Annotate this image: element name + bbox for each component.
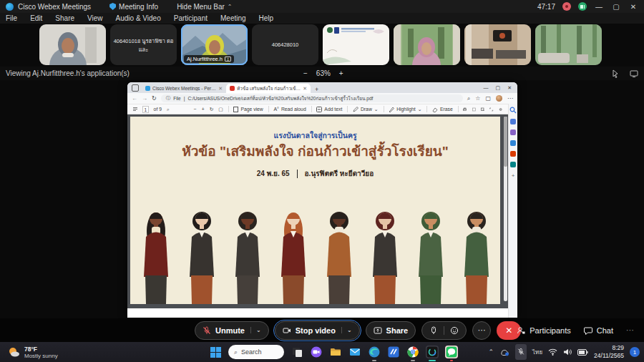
chevron-down-icon[interactable]: ⌄ [418,107,422,112]
back-icon[interactable]: ← [132,95,137,102]
page-number-input[interactable]: 1 [142,106,149,113]
panel-more-icon[interactable]: ⋯ [626,326,634,335]
connection-quality-icon[interactable] [578,2,587,11]
language-indicator[interactable]: ไทย [532,348,542,357]
battery-icon[interactable] [577,349,588,356]
line-app-button[interactable] [445,346,458,358]
start-button[interactable] [209,346,222,358]
stop-video-button[interactable]: Stop video ⌄ [275,321,360,340]
reactions-smiley-icon[interactable] [450,326,459,335]
tray-expand-icon[interactable]: ⌃ [489,348,494,356]
highlight-button[interactable]: Highlight ⌄ [389,107,421,112]
maximize-button[interactable]: ▢ [611,3,621,11]
recorder-icon[interactable] [429,326,438,335]
chevron-down-icon[interactable]: ⌄ [374,107,379,112]
new-tab-button[interactable]: + [315,86,318,93]
task-view-button[interactable] [291,346,303,358]
close-button[interactable]: ✕ [628,3,638,11]
participant-video-5[interactable] [323,24,389,65]
sidebar-app-icon[interactable] [510,151,516,157]
taskbar-search[interactable]: ⌕ Search [228,345,284,359]
favorites-icon[interactable]: ☆ [475,95,480,102]
edge-maximize-button[interactable]: ▢ [496,85,501,91]
sidebar-app-icon[interactable] [510,119,516,124]
menu-share[interactable]: Share [55,14,74,22]
menu-participant[interactable]: Participant [174,14,208,22]
wifi-icon[interactable] [548,348,557,356]
menu-meeting[interactable]: Meeting [220,14,246,22]
tab-pdf-active[interactable]: หัวข้อ เสริมพลังใจ ก่อนก้าวเข้าสู่รั้วโร… [226,84,311,93]
zoom-level[interactable]: 63% [316,69,331,77]
page-view-button[interactable]: Page view [233,107,263,112]
edge-close-button[interactable]: ✕ [507,85,512,91]
zoom-in-button[interactable]: + [339,69,343,77]
toc-icon[interactable] [133,106,137,112]
participant-video-8[interactable] [535,24,602,65]
pdf-zoom-in-icon[interactable]: + [202,107,205,112]
gear-icon[interactable] [499,107,502,112]
sidebar-app-icon[interactable] [510,129,516,135]
participants-button[interactable]: Participants [517,326,570,335]
menu-view[interactable]: View [87,14,103,22]
info-icon[interactable]: ⓘ [166,95,171,102]
weather-widget[interactable]: 78°F Mostly sunny [0,346,58,359]
menu-edit[interactable]: Edit [30,14,42,22]
collections-icon[interactable]: ▢ [485,95,491,102]
read-aloud-button[interactable]: A° Read aloud [273,107,306,112]
forward-icon[interactable]: → [142,95,147,102]
fit-page-icon[interactable]: ▢ [218,107,223,112]
menu-file[interactable]: File [6,14,17,22]
expand-icon[interactable] [489,107,493,112]
chrome-browser-button[interactable] [406,346,419,358]
edge-minimize-button[interactable]: — [484,85,489,91]
rotate-icon[interactable]: ↻ [210,107,214,112]
sidebar-add-icon[interactable]: + [512,172,515,179]
speaker-icon[interactable] [563,348,572,356]
chevron-down-icon[interactable]: ⌄ [341,327,352,333]
clock[interactable]: 8:29 24/11/2565 [594,344,624,359]
tab-actions-icon[interactable] [132,84,139,92]
sidebar-app-icon[interactable] [510,162,516,167]
hide-menu-bar-button[interactable]: Hide Menu Bar⌃ [177,3,232,11]
url-field[interactable]: ⓘ File | C:/Users/ASUS/OneDrive/เดสก์ท็อ… [161,94,463,102]
display-view-icon[interactable] [630,69,638,78]
pdf-search-icon[interactable]: ⌕ [167,107,170,112]
find-on-page-icon[interactable]: ⌕ [467,95,470,102]
onedrive-sync-icon[interactable] [499,348,509,356]
webex-app-button[interactable] [426,346,439,358]
tab-close-icon[interactable]: ✕ [218,86,223,92]
chevron-down-icon[interactable]: ⌄ [250,327,261,333]
add-text-button[interactable]: Add text [316,107,342,112]
record-indicator-icon[interactable] [562,2,571,11]
participant-video-1[interactable] [39,24,106,65]
meeting-info-button[interactable]: Meeting Info [109,3,158,11]
erase-button[interactable]: Erase [432,107,453,112]
settings-menu-icon[interactable]: ⋯ [507,95,513,102]
mail-app-button[interactable] [348,346,361,358]
participant-tile-2[interactable]: 406401018 นูรฮาฟิซา ดอและ [110,24,177,65]
tab-close-icon[interactable]: ✕ [303,86,307,92]
profile-avatar[interactable] [496,95,502,102]
minimize-button[interactable]: — [594,3,604,11]
pdf-vertical-scrollbar[interactable] [504,117,507,301]
save-as-icon[interactable] [481,107,484,112]
participant-tile-4[interactable]: 406428010 [252,24,318,65]
print-icon[interactable] [463,107,467,112]
refresh-icon[interactable]: ↻ [152,95,157,102]
chat-button[interactable]: Chat [584,326,613,335]
more-options-button[interactable]: ⋯ [472,321,491,340]
sidebar-search-icon[interactable] [509,107,517,114]
pdf-zoom-out-icon[interactable]: − [194,107,197,112]
tab-webex[interactable]: Cisco Webex Meetings - Person... ✕ [142,84,226,93]
save-icon[interactable] [472,107,476,112]
draw-button[interactable]: Draw ⌄ [353,107,379,112]
blue-app-button[interactable] [387,346,400,358]
sidebar-app-icon[interactable] [510,140,516,146]
annotate-pointer-icon[interactable] [611,69,620,78]
menu-help[interactable]: Help [259,14,274,22]
unmute-button[interactable]: Unmute ⌄ [195,321,269,340]
participant-video-7[interactable] [464,24,531,65]
share-button[interactable]: Share [366,321,416,340]
edge-browser-button[interactable] [368,346,381,358]
taskbar-chat-app[interactable] [310,346,323,358]
